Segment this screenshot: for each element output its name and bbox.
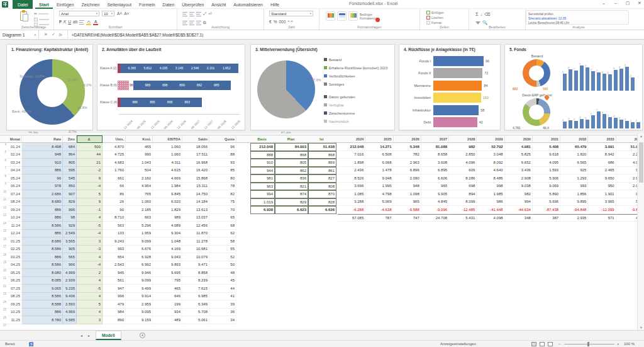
cell[interactable]: 8.586 bbox=[22, 261, 63, 270]
cancel-icon[interactable]: ✕ bbox=[44, 32, 48, 37]
cell[interactable]: 6.985 bbox=[182, 293, 209, 301]
column-header-year[interactable]: 2033 bbox=[588, 135, 616, 143]
legend-item[interactable]: Nachrichtlich bbox=[324, 117, 387, 125]
cell[interactable]: 212.048 bbox=[250, 143, 275, 151]
cell[interactable]: 5.825 bbox=[505, 151, 533, 159]
cell[interactable]: 1.085 bbox=[338, 190, 365, 198]
cell[interactable]: 963 bbox=[250, 183, 275, 191]
cell[interactable]: 90 bbox=[103, 206, 126, 214]
cell[interactable]: 4 bbox=[77, 293, 103, 301]
legend-item[interactable]: Davon gebunden bbox=[324, 93, 387, 101]
cell[interactable]: 925 bbox=[560, 167, 588, 175]
cell[interactable]: 8.286 bbox=[449, 174, 477, 183]
cell[interactable]: 996 bbox=[103, 293, 126, 301]
cell[interactable]: 8.686 bbox=[22, 237, 63, 246]
cell[interactable]: 4.640 bbox=[477, 167, 504, 175]
cell[interactable]: 07.24 bbox=[8, 190, 22, 198]
cell[interactable]: 5.296 bbox=[126, 222, 153, 230]
tab-daten[interactable]: Daten bbox=[159, 0, 179, 9]
cell[interactable]: 545 bbox=[63, 174, 77, 183]
cell[interactable]: 9.235 bbox=[63, 285, 77, 293]
cell[interactable]: 998 bbox=[477, 183, 504, 191]
cell[interactable]: 212.048 bbox=[338, 143, 365, 151]
cell[interactable]: 3.091 bbox=[588, 143, 616, 151]
cell[interactable]: 9.069 bbox=[533, 183, 560, 191]
cell[interactable]: 782 bbox=[394, 151, 421, 159]
font-color-icon[interactable]: A bbox=[93, 20, 98, 25]
cell[interactable]: 44 bbox=[209, 285, 236, 293]
cell[interactable]: 9.618 bbox=[533, 151, 560, 159]
cell[interactable]: 8.586 bbox=[22, 222, 63, 230]
cell[interactable]: 8.780 bbox=[22, 316, 63, 324]
tab-ansicht[interactable]: Ansicht bbox=[208, 0, 230, 9]
cell[interactable]: 868 bbox=[308, 151, 336, 159]
cell[interactable]: 982 bbox=[505, 190, 533, 198]
cell[interactable]: 886 bbox=[22, 214, 63, 222]
cell[interactable]: 8.680 bbox=[22, 198, 63, 207]
cell[interactable]: 8.099 bbox=[449, 198, 477, 207]
cell[interactable]: 993 bbox=[103, 246, 126, 254]
tab-hilfe[interactable]: Hilfe bbox=[267, 0, 283, 9]
cell[interactable]: 93 bbox=[209, 159, 236, 167]
cell[interactable]: 886 bbox=[22, 206, 63, 214]
cell[interactable]: 11.25 bbox=[8, 316, 22, 324]
cell[interactable]: 82 bbox=[209, 190, 236, 198]
cell[interactable]: 2.549 bbox=[63, 230, 77, 238]
cell[interactable]: 4 bbox=[77, 309, 103, 317]
cell[interactable]: 993 bbox=[560, 183, 588, 191]
cell[interactable]: 8.239 bbox=[182, 277, 209, 285]
cell[interactable]: -4 bbox=[77, 261, 103, 270]
cell[interactable]: 795 bbox=[153, 277, 182, 285]
cell[interactable]: 4.615 bbox=[153, 167, 182, 175]
cell[interactable]: 34 bbox=[209, 316, 236, 324]
column-header-year[interactable]: 2028 bbox=[449, 135, 477, 143]
cell[interactable]: 6.928 bbox=[126, 253, 153, 261]
cell[interactable]: -1 bbox=[77, 206, 103, 214]
cell[interactable]: 98 bbox=[63, 214, 77, 222]
cell[interactable]: 5 bbox=[77, 300, 103, 309]
cell[interactable]: 3.965 bbox=[588, 198, 616, 207]
cell[interactable]: 4.870 bbox=[103, 143, 126, 151]
cell[interactable]: 821 bbox=[275, 183, 308, 191]
cell[interactable]: 500 bbox=[77, 143, 103, 151]
cell[interactable]: 5.431 bbox=[449, 214, 477, 222]
cell[interactable]: 81.088 bbox=[421, 143, 449, 151]
cell[interactable]: 4.089 bbox=[153, 222, 182, 230]
cell[interactable]: 1.478 bbox=[365, 167, 393, 175]
cell[interactable]: 8.710 bbox=[103, 214, 126, 222]
cell[interactable]: 70 bbox=[209, 206, 236, 214]
cell[interactable]: 465 bbox=[126, 143, 153, 151]
align-bottom-icon[interactable] bbox=[196, 12, 201, 16]
cell[interactable]: 805 bbox=[63, 159, 77, 167]
cell[interactable]: 10.24 bbox=[8, 214, 22, 222]
cell[interactable]: 09.25 bbox=[8, 300, 22, 309]
column-header-year[interactable]: 2025 bbox=[365, 135, 393, 143]
cell[interactable]: 994 bbox=[250, 190, 275, 198]
cell[interactable]: 9.695 bbox=[153, 269, 182, 277]
cell[interactable]: 9.099 bbox=[126, 237, 153, 246]
cell[interactable]: 907 bbox=[63, 190, 77, 198]
cell[interactable]: 01.25 bbox=[8, 237, 22, 246]
cell[interactable]: 45 bbox=[209, 277, 236, 285]
cell[interactable]: 2.090 bbox=[394, 174, 421, 183]
column-header-year[interactable]: 2031 bbox=[533, 135, 560, 143]
cell[interactable]: 2.436 bbox=[338, 167, 365, 175]
cell[interactable]: 888 bbox=[250, 151, 275, 159]
prev-sheet-icon[interactable]: ◂ bbox=[80, 333, 82, 338]
borders-icon[interactable] bbox=[79, 20, 84, 25]
bold-button[interactable]: F bbox=[59, 20, 62, 25]
minimize-icon[interactable]: – bbox=[613, 1, 619, 6]
cell[interactable]: 14.271 bbox=[365, 143, 393, 151]
paste-button[interactable] bbox=[19, 11, 29, 23]
autosum-icon[interactable]: Σ bbox=[475, 11, 479, 17]
cell[interactable]: 9.436 bbox=[63, 293, 77, 301]
cell[interactable]: 3 bbox=[77, 237, 103, 246]
cell[interactable]: 5.890 bbox=[533, 190, 560, 198]
cell[interactable]: 2.465 bbox=[588, 167, 616, 175]
cell[interactable]: 8.085 bbox=[22, 277, 63, 285]
cell[interactable]: 686 bbox=[588, 159, 616, 167]
cell[interactable]: 348 bbox=[505, 214, 533, 222]
cell[interactable]: 5.696 bbox=[533, 198, 560, 207]
cut-button[interactable]: ✂ bbox=[34, 11, 49, 16]
cell[interactable]: 50 bbox=[209, 261, 236, 270]
